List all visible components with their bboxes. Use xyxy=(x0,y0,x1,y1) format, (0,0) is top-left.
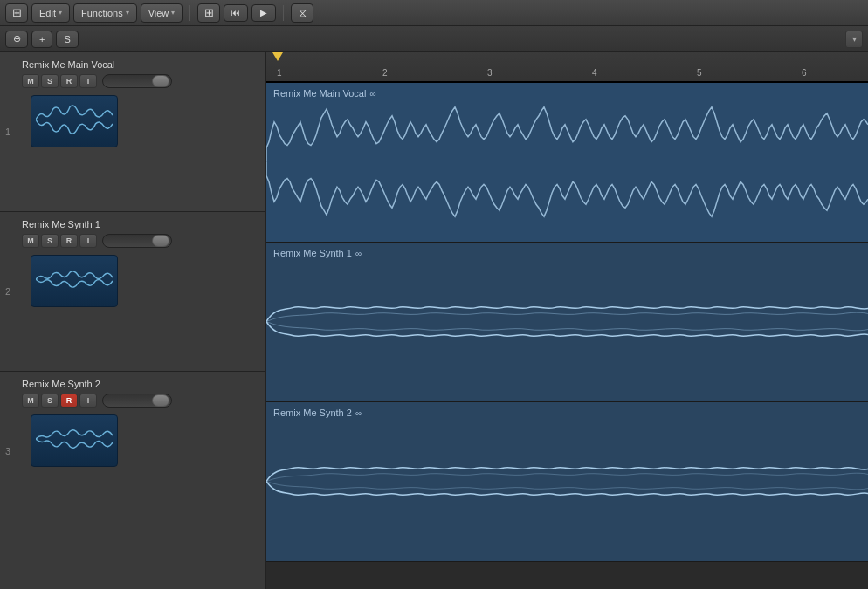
input-btn[interactable]: I xyxy=(79,234,97,248)
collapse-arrow[interactable]: ▾ xyxy=(845,31,863,48)
waveform-svg-synth2 xyxy=(266,402,868,561)
waveform-row[interactable]: Remix Me Synth 2 ∞ xyxy=(266,402,868,562)
solo-btn[interactable]: S xyxy=(41,394,59,408)
toolbar-divider-1 xyxy=(189,5,190,21)
functions-menu-button[interactable]: Functions ▾ xyxy=(73,3,137,23)
record-btn[interactable]: R xyxy=(60,394,78,408)
thumbnail-waveform xyxy=(36,102,113,140)
waveform-label: Remix Me Main Vocal ∞ xyxy=(273,88,376,99)
volume-thumb xyxy=(152,235,169,247)
waveform-svg-synth1 xyxy=(266,243,868,401)
back-icon[interactable]: ⊞ xyxy=(5,3,28,23)
volume-thumb xyxy=(152,394,169,407)
solo-btn[interactable]: S xyxy=(41,234,59,248)
timeline-area: 1 2 3 4 5 6 Remix Me Main Vocal ∞ xyxy=(266,52,868,589)
waveform-svg xyxy=(266,83,868,242)
track-row: 2 Remix Me Synth 1 M S R I xyxy=(0,212,265,372)
mute-button[interactable]: M xyxy=(22,74,39,88)
track-number: 1 xyxy=(5,127,10,137)
track-controls: M S R I xyxy=(22,394,258,408)
view-menu-button[interactable]: View ▾ xyxy=(141,3,183,23)
loop-icon: ∞ xyxy=(369,89,375,99)
ruler-marker-5: 5 xyxy=(697,68,702,78)
record-btn[interactable]: R xyxy=(60,74,78,88)
thumbnail-waveform xyxy=(36,421,113,460)
track-row: 1 Remix Me Main Vocal M S R I xyxy=(0,52,265,212)
track-controls: M S R I xyxy=(22,234,258,248)
track-number: 2 xyxy=(5,286,10,297)
track-row: 3 Remix Me Synth 2 M S R I xyxy=(0,372,265,531)
waveform-tracks: Remix Me Main Vocal ∞ Remix Me Synth xyxy=(266,83,868,589)
play-button[interactable]: ▶ xyxy=(251,4,276,22)
edit-menu-button[interactable]: Edit ▾ xyxy=(31,3,70,23)
track-thumbnail[interactable] xyxy=(31,414,118,467)
loop-icon: ∞ xyxy=(355,408,362,418)
ruler-marker-1: 1 xyxy=(277,68,282,78)
main-area: 1 Remix Me Main Vocal M S R I xyxy=(0,52,868,589)
timeline-ruler[interactable]: 1 2 3 4 5 6 xyxy=(266,52,868,83)
mute-button[interactable]: M xyxy=(22,394,39,408)
solo-button[interactable]: S xyxy=(56,31,78,48)
ruler-marker-3: 3 xyxy=(487,68,493,78)
track-name: Remix Me Synth 2 xyxy=(22,379,258,389)
waveform-row[interactable]: Remix Me Synth 1 ∞ xyxy=(266,243,868,402)
volume-slider[interactable] xyxy=(102,394,172,408)
waveform-label: Remix Me Synth 1 ∞ xyxy=(273,248,362,258)
add-track-button[interactable]: + xyxy=(31,31,52,48)
input-btn[interactable]: I xyxy=(79,394,97,408)
ruler-marker-2: 2 xyxy=(382,68,388,78)
track-thumbnail[interactable] xyxy=(31,95,118,147)
track-number: 3 xyxy=(5,446,10,456)
rewind-button[interactable]: ⏮ xyxy=(224,4,248,22)
main-toolbar: ⊞ Edit ▾ Functions ▾ View ▾ ⊞ ⏮ ▶ ⧖ xyxy=(0,0,868,26)
waveform-label: Remix Me Synth 2 ∞ xyxy=(273,408,362,418)
volume-slider[interactable] xyxy=(102,234,172,248)
track-name: Remix Me Main Vocal xyxy=(22,59,258,70)
volume-slider[interactable] xyxy=(102,74,172,88)
track-thumbnail[interactable] xyxy=(31,255,118,307)
thumbnail-waveform xyxy=(36,262,113,300)
mute-button[interactable]: M xyxy=(22,234,39,248)
loop-icon: ∞ xyxy=(355,249,362,258)
volume-thumb xyxy=(152,75,169,87)
track-panel: 1 Remix Me Main Vocal M S R I xyxy=(0,52,266,589)
track-name: Remix Me Synth 1 xyxy=(22,219,258,229)
waveform-row[interactable]: Remix Me Main Vocal ∞ xyxy=(266,83,868,243)
solo-btn[interactable]: S xyxy=(41,74,59,88)
secondary-toolbar: ⊕ + S ▾ xyxy=(0,26,868,52)
arrangement-icon[interactable]: ⊞ xyxy=(197,3,220,23)
input-btn[interactable]: I xyxy=(79,74,97,88)
track-controls: M S R I xyxy=(22,74,258,88)
record-btn[interactable]: R xyxy=(60,234,78,248)
filter-icon[interactable]: ⧖ xyxy=(291,3,313,23)
toolbar-divider-2 xyxy=(283,5,284,21)
ruler-marker-4: 4 xyxy=(592,68,597,78)
global-icon[interactable]: ⊕ xyxy=(5,31,28,48)
playhead-marker xyxy=(272,52,283,61)
ruler-marker-6: 6 xyxy=(802,68,807,78)
